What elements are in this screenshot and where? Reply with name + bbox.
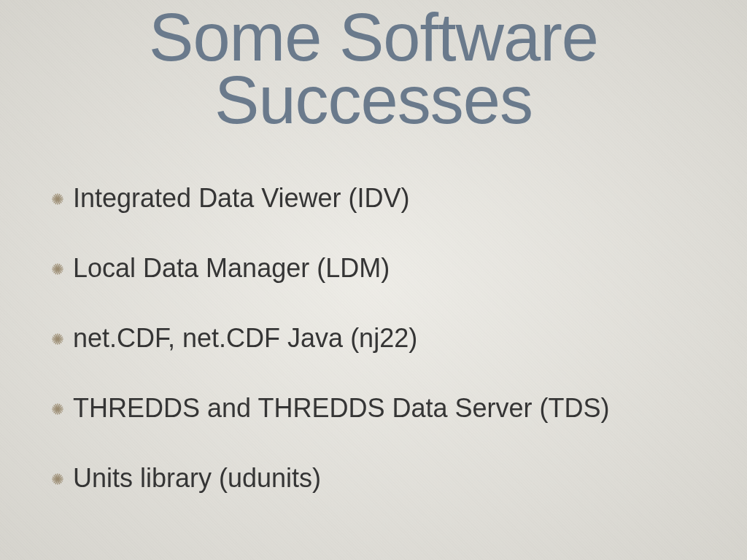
asterisk-icon (51, 402, 64, 416)
list-item-label: net.CDF, net.CDF Java (nj22) (73, 323, 417, 354)
list-item: THREDDS and THREDDS Data Server (TDS) (51, 393, 703, 424)
asterisk-icon (51, 472, 64, 486)
list-item-label: THREDDS and THREDDS Data Server (TDS) (73, 393, 610, 424)
list-item: Integrated Data Viewer (IDV) (51, 183, 703, 214)
list-item-label: Local Data Manager (LDM) (73, 253, 390, 284)
bullet-list: Integrated Data Viewer (IDV) (51, 183, 703, 494)
list-item: Local Data Manager (LDM) (51, 253, 703, 284)
list-item-label: Units library (udunits) (73, 463, 321, 494)
asterisk-icon (51, 262, 64, 276)
slide-title: Some Software Successes (44, 0, 703, 132)
slide: Some Software Successes Int (0, 0, 747, 560)
list-item-label: Integrated Data Viewer (IDV) (73, 183, 410, 214)
list-item: net.CDF, net.CDF Java (nj22) (51, 323, 703, 354)
asterisk-icon (51, 192, 64, 206)
asterisk-icon (51, 332, 64, 346)
list-item: Units library (udunits) (51, 463, 703, 494)
